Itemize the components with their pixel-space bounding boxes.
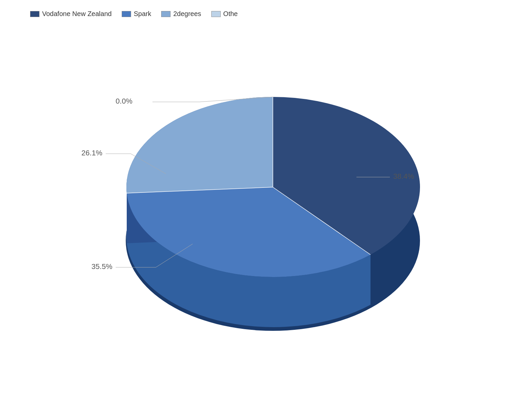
legend-item-spark: Spark [122, 10, 151, 18]
legend-label-2degrees: 2degrees [173, 10, 201, 18]
spark-pct-label: 35.5% [91, 262, 112, 271]
legend-swatch-other [211, 11, 221, 17]
chart-legend: Vodafone New Zealand Spark 2degrees Othe [17, 3, 251, 24]
other-pct-label: 0.0% [115, 97, 132, 105]
degrees-pct-label: 26.1% [81, 149, 102, 157]
legend-item-other: Othe [211, 10, 238, 18]
legend-item-2degrees: 2degrees [161, 10, 201, 18]
legend-swatch-vodafone [30, 11, 39, 17]
vodafone-pct-label: 38.4% [393, 172, 414, 180]
legend-label-other: Othe [223, 10, 238, 18]
legend-swatch-spark [122, 11, 131, 17]
pie-chart-area: 0.0% 26.1% 35.5% 38.4% [0, 33, 532, 401]
legend-label-spark: Spark [134, 10, 151, 18]
legend-item-vodafone: Vodafone New Zealand [30, 10, 112, 18]
legend-label-vodafone: Vodafone New Zealand [42, 10, 112, 18]
legend-swatch-2degrees [161, 11, 171, 17]
pie-chart-svg: 0.0% 26.1% 35.5% 38.4% [66, 50, 467, 384]
chart-container: Vodafone New Zealand Spark 2degrees Othe [0, 0, 532, 406]
degrees-slice-top [126, 97, 273, 193]
